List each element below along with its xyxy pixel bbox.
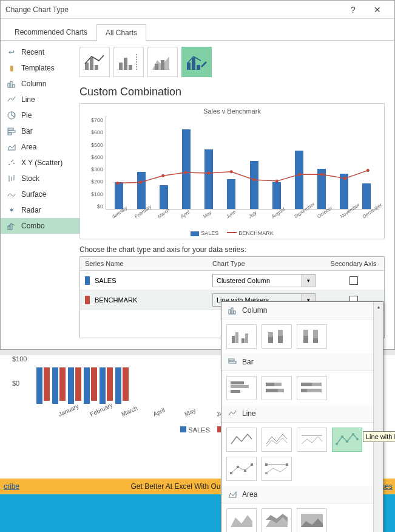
bar-icon [7, 126, 16, 136]
column-icon [7, 79, 16, 89]
type-area[interactable] [226, 508, 257, 532]
subscribe-link-partial[interactable]: cribe [0, 482, 23, 491]
chart-category-sidebar: ↩Recent ▮Templates Column Line Pie Bar A… [1, 41, 79, 349]
svg-rect-21 [124, 58, 127, 70]
svg-rect-67 [312, 383, 322, 386]
radar-icon: ✶ [7, 205, 16, 215]
chart-box: $700$600$500$400$300$200$100$0 JanuaryFe… [85, 116, 379, 219]
combo-subtype-1[interactable] [79, 47, 110, 77]
type-stacked-line[interactable] [262, 428, 292, 452]
sidebar-item-label: Bar [21, 127, 33, 135]
sidebar-item-label: Pie [21, 111, 32, 120]
plot-area [106, 116, 379, 210]
svg-rect-26 [161, 60, 164, 70]
combo-subtype-custom[interactable] [181, 47, 212, 77]
sidebar-item-label: Radar [21, 206, 41, 214]
secondary-axis-checkbox[interactable] [349, 276, 358, 285]
svg-point-37 [275, 180, 279, 183]
svg-point-72 [346, 440, 348, 443]
sidebar-item-surface[interactable]: Surface [1, 186, 79, 202]
sidebar-item-pie[interactable]: Pie [1, 107, 79, 123]
sidebar-item-stock[interactable]: Stock [1, 171, 79, 186]
sidebar-item-label: X Y (Scatter) [21, 159, 62, 167]
combo-subtype-2[interactable] [113, 47, 144, 77]
svg-rect-16 [10, 224, 12, 230]
series-name: SALES [95, 277, 116, 284]
svg-rect-55 [313, 330, 318, 338]
svg-point-71 [341, 435, 343, 438]
svg-point-11 [12, 160, 13, 161]
area-icon [228, 489, 237, 499]
col-secondary: Secondary Axis [323, 257, 384, 270]
sidebar-item-bar[interactable]: Bar [1, 123, 79, 139]
sidebar-item-combo[interactable]: Combo [1, 218, 79, 234]
type-100-stacked-column[interactable] [297, 324, 327, 349]
svg-rect-78 [251, 463, 253, 466]
help-button[interactable]: ? [341, 1, 365, 19]
svg-rect-77 [244, 469, 246, 472]
sidebar-item-templates[interactable]: ▮Templates [1, 60, 79, 76]
dropdown-group-bar: Bar [221, 353, 373, 371]
svg-point-34 [207, 171, 210, 174]
change-chart-type-dialog: Change Chart Type ? ✕ Recommended Charts… [0, 0, 395, 350]
svg-rect-53 [303, 330, 308, 336]
svg-rect-61 [231, 390, 240, 393]
x-axis-labels: JanuaryFebruaryMarchAprilMayJuneJulyAugu… [106, 215, 379, 220]
dropdown-scrollbar[interactable]: ▴ ▾ [373, 302, 383, 532]
svg-point-39 [321, 173, 324, 176]
chart-type-select-sales[interactable]: Clustered Column ▾ [212, 274, 316, 287]
type-100-stacked-bar[interactable] [297, 376, 327, 400]
type-line[interactable] [226, 428, 257, 452]
scroll-up-icon[interactable]: ▴ [374, 302, 383, 312]
svg-rect-44 [234, 311, 235, 314]
svg-rect-81 [265, 472, 268, 474]
sidebar-item-radar[interactable]: ✶Radar [1, 202, 79, 218]
sidebar-item-area[interactable]: Area [1, 139, 79, 155]
svg-rect-2 [13, 84, 15, 87]
chart-preview[interactable]: Sales v Benchmark $700$600$500$400$300$2… [79, 103, 385, 239]
choose-label: Choose the chart type and axis for your … [79, 245, 385, 254]
col-series-name: Series Name [80, 257, 208, 270]
svg-rect-57 [229, 359, 234, 361]
chart-type-dropdown[interactable]: Column Bar Line Area ▴ ▾ [221, 301, 383, 532]
column-icon [228, 305, 237, 315]
type-stacked-area[interactable] [262, 508, 292, 532]
sidebar-item-recent[interactable]: ↩Recent [1, 44, 79, 60]
sidebar-item-column[interactable]: Column [1, 76, 79, 92]
combo-subtype-3[interactable] [147, 47, 178, 77]
type-100-stacked-area[interactable] [297, 508, 327, 532]
sidebar-item-scatter[interactable]: X Y (Scatter) [1, 155, 79, 171]
series-row-sales[interactable]: SALES Clustered Column ▾ [80, 271, 384, 290]
svg-rect-51 [278, 330, 283, 336]
svg-rect-19 [95, 65, 98, 70]
type-clustered-column[interactable] [226, 324, 257, 349]
preview-title: Sales v Benchmark [85, 107, 379, 115]
svg-rect-79 [265, 463, 268, 466]
tab-all-charts[interactable]: All Charts [96, 24, 146, 41]
svg-rect-49 [268, 332, 273, 337]
sidebar-item-label: Column [21, 80, 46, 88]
tab-recommended[interactable]: Recommended Charts [5, 24, 96, 40]
type-stacked-bar[interactable] [262, 376, 292, 400]
svg-point-73 [352, 433, 354, 435]
svg-rect-64 [266, 389, 278, 392]
dropdown-group-line: Line [221, 405, 373, 423]
svg-rect-68 [301, 389, 307, 392]
dropdown-group-column: Column [221, 302, 373, 319]
sidebar-item-line[interactable]: Line [1, 92, 79, 107]
type-100-stacked-line[interactable] [297, 428, 327, 452]
svg-rect-65 [278, 389, 284, 392]
type-100-stacked-line-markers[interactable] [262, 457, 292, 481]
svg-point-40 [343, 177, 346, 180]
svg-point-41 [366, 169, 370, 172]
svg-point-33 [184, 171, 187, 174]
close-button[interactable]: ✕ [365, 1, 390, 19]
svg-rect-1 [10, 81, 12, 87]
chevron-down-icon[interactable]: ▾ [302, 275, 315, 287]
type-stacked-column[interactable] [262, 324, 292, 349]
svg-rect-45 [232, 336, 235, 343]
type-stacked-line-markers[interactable] [226, 457, 257, 481]
type-line-with-markers[interactable] [332, 428, 362, 452]
svg-point-32 [161, 174, 164, 177]
type-clustered-bar[interactable] [226, 376, 257, 400]
